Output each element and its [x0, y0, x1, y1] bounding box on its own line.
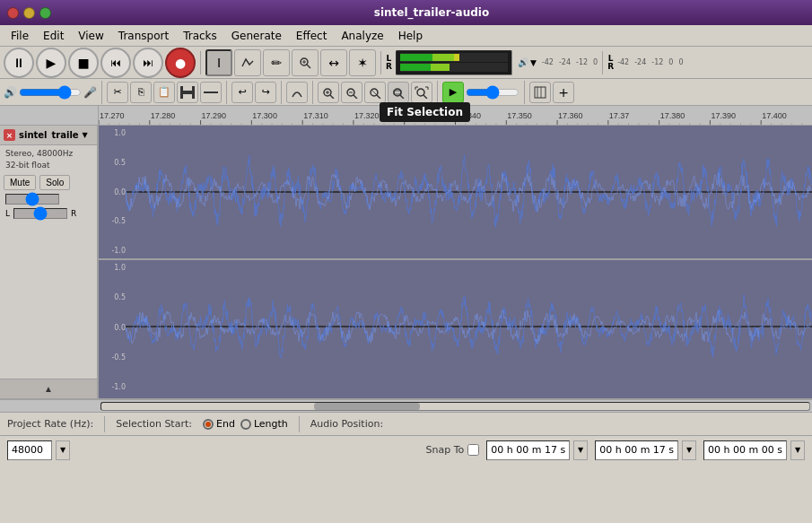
end-time-display[interactable]: 00 h 00 m 17 s — [595, 440, 678, 460]
waveform-track-top: 1.0 0.5 0.0 -0.5 -1.0 — [99, 126, 812, 260]
audio-pos-input-section: 00 h 00 m 00 s ▼ — [703, 440, 805, 460]
time-shift-tool-button[interactable]: ↔ — [320, 49, 347, 76]
track-name: sintel_traile — [19, 130, 79, 140]
svg-line-17 — [371, 90, 377, 95]
track-name-bar: × sintel_traile ▼ — [0, 126, 97, 145]
pause-button[interactable]: ⏸ — [4, 48, 34, 78]
window-controls[interactable] — [7, 7, 51, 19]
zoom-tool-button[interactable] — [292, 49, 319, 76]
stop-button[interactable]: ■ — [68, 48, 99, 78]
fit-project-button[interactable] — [411, 82, 432, 103]
skip-fwd-button[interactable]: ⏭ — [133, 48, 163, 78]
scrollbar-thumb[interactable] — [314, 403, 420, 410]
paste-button[interactable]: 📋 — [153, 82, 175, 103]
selection-start-input-section: 00 h 00 m 17 s ▼ — [486, 440, 588, 460]
sep8 — [437, 81, 438, 104]
project-rate-label: Project Rate (Hz): — [7, 418, 93, 430]
zoom-selection-button[interactable] — [364, 82, 386, 103]
track-dropdown-icon[interactable]: ▼ — [83, 131, 88, 139]
project-rate-input[interactable]: Snap To 48000 — [7, 440, 52, 460]
end-length-options: End Length — [203, 418, 288, 430]
length-radio-option[interactable]: Length — [240, 418, 288, 430]
project-rate-dropdown[interactable]: ▼ — [56, 440, 70, 460]
svg-line-16 — [377, 95, 380, 99]
vu-meter-left[interactable] — [396, 50, 512, 75]
volume-icon: 🔊 — [4, 86, 17, 99]
menu-tracks[interactable]: Tracks — [176, 28, 224, 44]
menu-help[interactable]: Help — [391, 28, 430, 44]
track-close-button[interactable]: × — [4, 129, 15, 141]
audio-position-label: Audio Position: — [310, 418, 383, 430]
mic-icon: 🎤 — [83, 86, 97, 99]
svg-point-18 — [394, 89, 401, 96]
separator2 — [380, 51, 381, 74]
maximize-button[interactable] — [39, 7, 51, 19]
selection-start-display[interactable]: 00 h 00 m 17 s — [486, 440, 570, 460]
select-tool-button[interactable]: I — [205, 49, 232, 76]
menu-transport[interactable]: Transport — [111, 28, 176, 44]
track-controls: Mute Solo — [0, 173, 97, 192]
length-radio-dot[interactable] — [240, 419, 251, 430]
trim-button[interactable] — [177, 82, 198, 103]
timeline-ruler — [0, 106, 812, 126]
track-stereo-info: Stereo, 48000Hz — [5, 148, 92, 160]
svg-rect-27 — [535, 87, 546, 98]
scrollbar-track[interactable] — [100, 402, 810, 411]
zoom-in-button[interactable] — [318, 82, 339, 103]
skip-back-button[interactable]: ⏮ — [100, 48, 131, 78]
draw-tool-button[interactable]: ✏ — [263, 49, 290, 76]
timeline-tool[interactable] — [529, 82, 551, 103]
menu-analyze[interactable]: Analyze — [334, 28, 390, 44]
waveform-container[interactable]: 1.0 0.5 0.0 -0.5 -1.0 1.0 0.5 0.0 -0.5 -… — [99, 126, 812, 398]
menu-generate[interactable]: Generate — [224, 28, 289, 44]
record-button[interactable]: ● — [165, 48, 196, 78]
pan-slider[interactable] — [13, 208, 67, 219]
separator3 — [602, 51, 603, 74]
separator — [200, 51, 201, 74]
end-time-dropdown[interactable]: ▼ — [682, 440, 696, 460]
solo-button[interactable]: Solo — [39, 175, 70, 190]
silence-button[interactable] — [200, 82, 222, 103]
volume-slider[interactable] — [19, 85, 82, 100]
main-track-area: × sintel_traile ▼ Stereo, 48000Hz 32-bit… — [0, 126, 812, 399]
pan-right-label: R — [71, 209, 76, 218]
fit-selection-button[interactable]: Fit Selection — [388, 82, 409, 103]
end-radio-option[interactable]: End — [203, 418, 235, 430]
gain-slider[interactable] — [5, 194, 59, 205]
menu-file[interactable]: File — [4, 28, 36, 44]
speed-slider[interactable] — [466, 86, 520, 99]
close-button[interactable] — [7, 7, 19, 19]
zoom-out-button[interactable] — [341, 82, 362, 103]
add-marker[interactable]: + — [553, 82, 574, 103]
envelope-tool-button[interactable] — [234, 49, 261, 76]
play-button[interactable]: ▶ — [36, 48, 66, 78]
horizontal-scrollbar[interactable] — [0, 399, 812, 412]
audio-pos-display[interactable]: 00 h 00 m 00 s — [703, 440, 787, 460]
vu-gain-btn[interactable]: 🔊 ▼ — [518, 57, 537, 67]
svg-line-19 — [400, 95, 404, 99]
cut-button[interactable]: ✂ — [107, 82, 128, 103]
redo-button[interactable]: ↪ — [255, 82, 276, 103]
track-collapse-button[interactable]: ▲ — [0, 379, 97, 398]
multi-tool-button[interactable]: ✶ — [349, 49, 376, 76]
status-sep2 — [299, 416, 300, 432]
window-title: sintel_trailer-audio — [58, 6, 805, 19]
draw-mode-button[interactable] — [286, 82, 308, 103]
play-speed-button[interactable]: ▶ — [442, 82, 464, 103]
snap-section: Snap To — [426, 444, 480, 456]
y-axis-labels-top: 1.0 0.5 0.0 -0.5 -1.0 — [100, 126, 126, 258]
menu-edit[interactable]: Edit — [36, 28, 71, 44]
mute-button[interactable]: Mute — [4, 175, 36, 190]
undo-button[interactable]: ↩ — [231, 82, 253, 103]
snap-label: Snap To — [426, 444, 465, 456]
track-bit-info: 32-bit float — [5, 160, 92, 171]
audio-pos-dropdown[interactable]: ▼ — [790, 440, 805, 460]
minimize-button[interactable] — [23, 7, 35, 19]
selection-start-dropdown[interactable]: ▼ — [573, 440, 588, 460]
end-radio-dot[interactable] — [203, 419, 214, 430]
menu-effect[interactable]: Effect — [289, 28, 335, 44]
menu-view[interactable]: View — [71, 28, 110, 44]
snap-checkbox[interactable] — [467, 444, 479, 456]
svg-rect-6 — [192, 86, 195, 99]
copy-button[interactable]: ⎘ — [130, 82, 152, 103]
